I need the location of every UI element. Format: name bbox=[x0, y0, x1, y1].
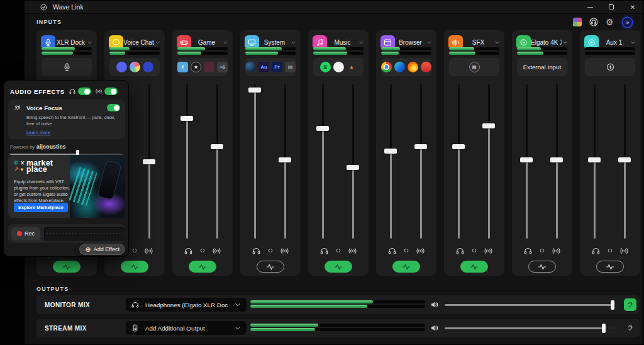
fader-handle[interactable] bbox=[211, 144, 223, 149]
monitor-fader[interactable] bbox=[180, 84, 193, 239]
monitor-fader[interactable] bbox=[316, 84, 329, 239]
fader-handle[interactable] bbox=[452, 144, 465, 149]
effects-button[interactable] bbox=[53, 261, 80, 273]
fader-handle[interactable] bbox=[316, 126, 329, 131]
chevron-down-icon[interactable] bbox=[154, 39, 161, 46]
fader-handle[interactable] bbox=[384, 149, 397, 154]
mute-speaker-icon[interactable] bbox=[430, 323, 440, 333]
broadcast-icon[interactable] bbox=[280, 246, 289, 256]
fader-handle[interactable] bbox=[414, 144, 427, 149]
fader-handle[interactable] bbox=[520, 157, 533, 162]
fader-handle[interactable] bbox=[550, 157, 563, 162]
broadcast-icon[interactable] bbox=[619, 246, 629, 256]
stream-fader[interactable] bbox=[143, 84, 155, 239]
stream-fader[interactable] bbox=[347, 84, 359, 239]
effects-button[interactable] bbox=[121, 261, 148, 273]
output-volume-slider[interactable] bbox=[445, 322, 618, 334]
chevron-down-icon[interactable] bbox=[222, 39, 229, 46]
headphones-icon[interactable] bbox=[455, 246, 465, 256]
broadcast-icon[interactable] bbox=[484, 246, 493, 256]
close-button[interactable]: ✕ bbox=[622, 1, 643, 13]
listen-ear-button[interactable] bbox=[624, 322, 636, 334]
headphones-icon[interactable] bbox=[319, 246, 329, 256]
headphones-icon[interactable] bbox=[184, 246, 193, 256]
learn-more-link[interactable]: Learn more bbox=[26, 130, 50, 135]
monitor-fader[interactable] bbox=[520, 84, 533, 239]
broadcast-icon[interactable] bbox=[348, 246, 357, 256]
voice-focus-toggle[interactable] bbox=[107, 104, 120, 111]
unlink-icon[interactable] bbox=[335, 247, 342, 254]
minimize-button[interactable] bbox=[579, 1, 601, 13]
effects-button[interactable] bbox=[189, 261, 216, 273]
slider-handle[interactable] bbox=[602, 324, 606, 333]
unlink-icon[interactable] bbox=[131, 247, 138, 254]
effects-button[interactable] bbox=[392, 261, 420, 273]
explore-marketplace-button[interactable]: Explore Marketplace bbox=[14, 203, 68, 212]
chevron-down-icon[interactable] bbox=[86, 39, 93, 46]
monitor-fader[interactable] bbox=[384, 84, 397, 239]
output-device-dropdown[interactable]: Headphones (Elgato XLR Dock) bbox=[126, 298, 247, 312]
add-effect-button[interactable]: ⊕ Add Effect bbox=[79, 244, 125, 255]
add-effect-label: Add Effect bbox=[94, 246, 119, 252]
stream-fader[interactable] bbox=[618, 84, 631, 239]
fader-handle[interactable] bbox=[143, 159, 155, 164]
fader-handle[interactable] bbox=[279, 157, 291, 162]
unlink-icon[interactable] bbox=[267, 247, 274, 254]
effects-button[interactable] bbox=[528, 261, 556, 273]
unlink-icon[interactable] bbox=[606, 247, 614, 254]
output-volume-slider[interactable] bbox=[445, 299, 618, 310]
stream-fader[interactable] bbox=[279, 84, 291, 239]
settings-gear-icon[interactable]: ⚙ bbox=[606, 17, 616, 27]
chevron-down-icon[interactable] bbox=[494, 39, 501, 46]
broadcast-icon[interactable] bbox=[416, 246, 425, 256]
apps-grid-icon[interactable] bbox=[573, 18, 582, 26]
stream-fader[interactable] bbox=[414, 84, 427, 239]
stream-effects-toggle[interactable] bbox=[104, 88, 118, 95]
stream-fader[interactable] bbox=[482, 84, 495, 239]
chevron-down-icon[interactable] bbox=[358, 39, 365, 46]
unlink-icon[interactable] bbox=[402, 247, 410, 254]
stream-fader[interactable] bbox=[550, 84, 563, 239]
effects-button[interactable] bbox=[257, 261, 284, 273]
headset-circle-icon[interactable] bbox=[589, 17, 599, 27]
channel-sources-card: AuPr▤ bbox=[245, 58, 296, 76]
chevron-down-icon[interactable] bbox=[290, 39, 297, 46]
effects-button[interactable] bbox=[325, 261, 352, 273]
maximize-button[interactable] bbox=[601, 1, 622, 13]
output-device-dropdown[interactable]: Add Additional Output bbox=[126, 321, 247, 335]
channel-name: Music bbox=[327, 39, 358, 46]
elgato-logo-icon[interactable] bbox=[623, 18, 632, 27]
headphones-icon[interactable] bbox=[591, 246, 601, 256]
chevron-down-icon[interactable] bbox=[426, 39, 433, 46]
fader-handle[interactable] bbox=[180, 116, 193, 121]
slider-handle[interactable] bbox=[611, 300, 614, 310]
monitor-effects-toggle[interactable] bbox=[78, 88, 91, 95]
rec-row: Rec ····································… bbox=[8, 224, 125, 243]
monitor-fader[interactable] bbox=[588, 84, 601, 239]
effects-button[interactable] bbox=[460, 261, 488, 273]
monitor-fader[interactable] bbox=[452, 84, 465, 239]
unlink-icon[interactable] bbox=[470, 247, 478, 254]
mute-speaker-icon[interactable] bbox=[430, 300, 440, 310]
fader-handle[interactable] bbox=[618, 157, 631, 162]
headphones-icon[interactable] bbox=[523, 246, 533, 256]
broadcast-icon[interactable] bbox=[552, 246, 561, 256]
headphones-icon[interactable] bbox=[252, 246, 261, 256]
unlink-icon[interactable] bbox=[538, 247, 546, 254]
fader-handle[interactable] bbox=[347, 165, 359, 170]
stream-fader[interactable] bbox=[211, 84, 223, 239]
fader-handle[interactable] bbox=[482, 123, 495, 128]
listen-ear-button[interactable] bbox=[624, 298, 636, 311]
add-source-button[interactable] bbox=[606, 62, 615, 72]
broadcast-icon[interactable] bbox=[212, 246, 221, 256]
monitor-fader[interactable] bbox=[248, 84, 261, 239]
effects-button[interactable] bbox=[596, 261, 624, 273]
unlink-icon[interactable] bbox=[199, 247, 206, 254]
broadcast-icon[interactable] bbox=[144, 246, 153, 256]
fader-handle[interactable] bbox=[248, 88, 261, 93]
rec-button[interactable]: Rec bbox=[11, 227, 40, 240]
fader-handle[interactable] bbox=[588, 157, 601, 162]
chevron-down-icon[interactable] bbox=[630, 39, 636, 46]
chevron-down-icon[interactable] bbox=[562, 39, 569, 46]
headphones-icon[interactable] bbox=[387, 246, 397, 256]
